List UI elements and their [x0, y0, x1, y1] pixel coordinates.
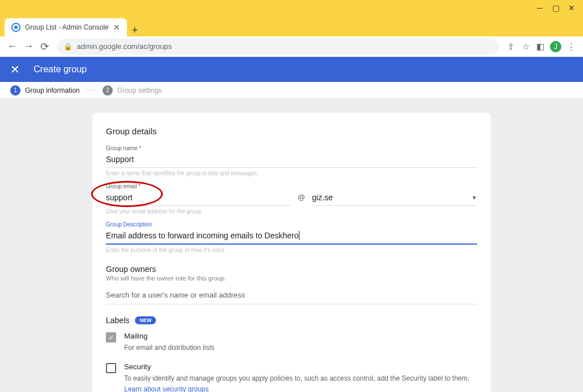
- group-name-field: Group name * Enter a name that identifie…: [106, 145, 477, 176]
- group-email-field: Group email * @ giz.se ▼ Give your email…: [106, 183, 477, 214]
- url-text: admin.google.com/ac/groups: [77, 42, 172, 51]
- step-1-label: Group information: [25, 86, 80, 94]
- tab-close-icon[interactable]: ✕: [109, 23, 120, 32]
- window-close-button[interactable]: ✕: [564, 3, 580, 13]
- step-2-label: Group settings: [117, 86, 162, 94]
- learn-security-link[interactable]: Learn about security groups: [124, 385, 209, 392]
- step-2-number: 2: [102, 85, 113, 96]
- mailing-desc: For email and distribution lists: [124, 343, 477, 353]
- tab-favicon-icon: [11, 23, 20, 32]
- label-security: Security To easily identify and manage g…: [106, 362, 477, 392]
- close-icon[interactable]: ✕: [10, 63, 20, 76]
- browser-tab-strip: Group List - Admin Console ✕ +: [0, 16, 583, 36]
- new-badge: NEW: [135, 316, 156, 324]
- step-separator: [85, 90, 97, 90]
- group-email-label: Group email *: [106, 183, 291, 189]
- step-group-settings[interactable]: 2 Group settings: [102, 85, 162, 96]
- browser-toolbar: ← → ⟳ 🔒 admin.google.com/ac/groups ⇪ ☆ ◧…: [0, 36, 583, 57]
- owners-title: Group owners: [106, 265, 477, 274]
- description-value: Email address to forward incoming emails…: [106, 231, 298, 240]
- domain-select[interactable]: giz.se ▼: [312, 191, 477, 206]
- labels-header: Labels NEW: [106, 316, 477, 325]
- group-email-help: Give your email address for the group.: [106, 208, 477, 214]
- bookmark-icon[interactable]: ☆: [518, 42, 533, 52]
- owners-help: Who will have the owner role for this gr…: [106, 275, 477, 282]
- step-group-information[interactable]: 1 Group information: [10, 85, 80, 96]
- minimize-button[interactable]: ─: [532, 3, 548, 13]
- browser-tab[interactable]: Group List - Admin Console ✕: [5, 18, 127, 36]
- lock-icon: 🔒: [64, 43, 72, 51]
- at-sign: @: [298, 193, 305, 206]
- description-field: Group Description Email address to forwa…: [106, 221, 477, 253]
- window-titlebar: ─ ▢ ✕: [0, 0, 583, 16]
- section-title: Group details: [106, 126, 477, 136]
- description-label: Group Description: [106, 221, 477, 228]
- security-checkbox[interactable]: [106, 363, 116, 373]
- page-header: ✕ Create group: [0, 57, 583, 82]
- group-name-help: Enter a name that identifies the group i…: [106, 170, 477, 176]
- page-title: Create group: [34, 64, 87, 75]
- share-icon[interactable]: ⇪: [503, 42, 518, 52]
- reload-button[interactable]: ⟳: [36, 40, 52, 53]
- extensions-icon[interactable]: ◧: [533, 42, 548, 52]
- owner-search-input[interactable]: Search for a user's name or email addres…: [106, 291, 477, 304]
- labels-title: Labels: [106, 316, 129, 325]
- tab-title: Group List - Admin Console: [25, 23, 109, 31]
- step-1-number: 1: [10, 85, 20, 96]
- forward-button[interactable]: →: [20, 40, 36, 52]
- back-button[interactable]: ←: [5, 40, 20, 52]
- address-bar[interactable]: 🔒 admin.google.com/ac/groups: [57, 39, 499, 55]
- stepper: 1 Group information 2 Group settings: [0, 82, 583, 99]
- group-email-input[interactable]: [106, 191, 291, 206]
- domain-value: giz.se: [312, 193, 333, 202]
- description-help: Enter the purpose of the group or how it…: [106, 247, 477, 253]
- form-card: Group details Group name * Enter a name …: [92, 113, 491, 392]
- group-name-input[interactable]: [106, 152, 477, 168]
- maximize-button[interactable]: ▢: [548, 3, 564, 13]
- group-name-label: Group name *: [106, 145, 477, 151]
- label-mailing: Mailing For email and distribution lists: [106, 332, 477, 353]
- description-input[interactable]: Email address to forward incoming emails…: [106, 229, 477, 245]
- text-cursor: [299, 231, 299, 240]
- security-name: Security: [124, 362, 477, 371]
- mailing-checkbox[interactable]: [106, 332, 116, 343]
- chevron-down-icon: ▼: [471, 195, 477, 201]
- content-area: Group details Group name * Enter a name …: [0, 99, 583, 392]
- profile-avatar[interactable]: J: [550, 41, 561, 52]
- browser-menu-icon[interactable]: ⋮: [564, 42, 578, 52]
- security-desc: To easily identify and manage groups you…: [124, 373, 477, 392]
- mailing-name: Mailing: [124, 332, 477, 340]
- new-tab-button[interactable]: +: [127, 24, 143, 36]
